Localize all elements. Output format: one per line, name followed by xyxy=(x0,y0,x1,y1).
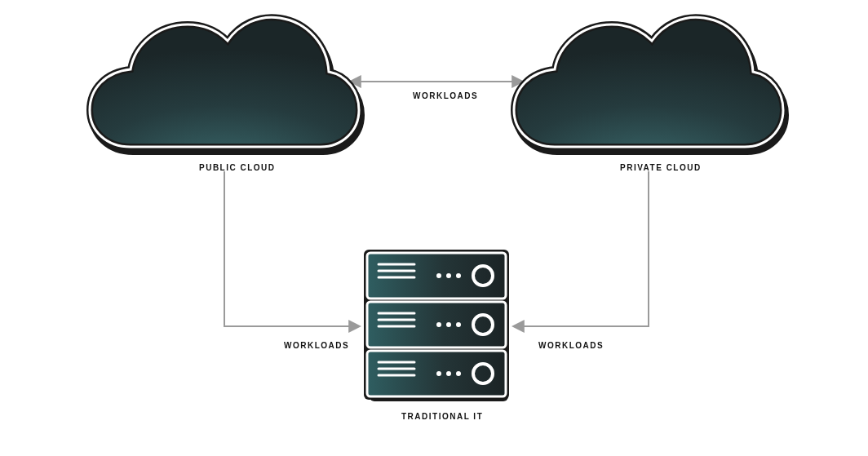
public-cloud-label: PUBLIC CLOUD xyxy=(199,163,276,172)
edge-private-to-traditional xyxy=(514,171,649,326)
private-cloud-label: PRIVATE CLOUD xyxy=(620,163,702,172)
edge-public-to-traditional-label: WORKLOADS xyxy=(284,341,349,350)
traditional-it-node xyxy=(364,250,509,401)
traditional-it-label: TRADITIONAL IT xyxy=(401,412,483,421)
private-cloud-node xyxy=(514,17,786,152)
edge-public-to-traditional xyxy=(224,171,359,326)
hybrid-cloud-diagram: PUBLIC CLOUD PRIVATE CLOUD TRADITIONAL I… xyxy=(0,0,868,456)
diagram-svg xyxy=(0,0,868,456)
edge-public-private-label: WORKLOADS xyxy=(413,91,478,100)
public-cloud-node xyxy=(90,17,361,152)
edge-private-to-traditional-label: WORKLOADS xyxy=(538,341,604,350)
